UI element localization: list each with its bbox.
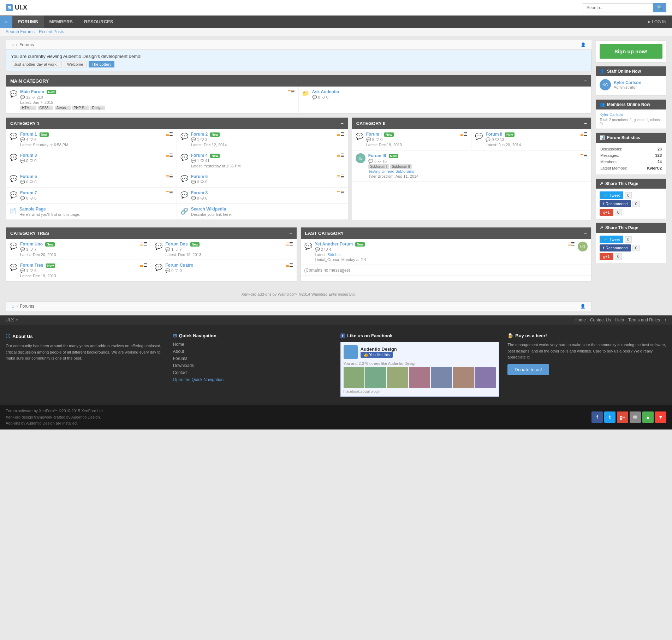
gplus-count-1: 0 <box>615 209 622 215</box>
fb-thumb <box>409 367 430 388</box>
fb-recommend-button-1[interactable]: f Recommend <box>600 200 631 207</box>
forum-8-name[interactable]: Forum 8 <box>191 190 334 195</box>
lottery-badge-2[interactable]: Welcome <box>64 61 87 67</box>
chat-icon: 💬 <box>10 90 17 98</box>
lottery-notice: Just another day at work.. Welcome The L… <box>11 61 586 67</box>
tweet-button-1[interactable]: 🐦 Tweet <box>600 191 623 199</box>
rss-icon[interactable]: ☰ <box>166 174 173 179</box>
logo-text: UI.X <box>15 4 27 11</box>
yet-another-forum-name[interactable]: Yet Another Forum New <box>315 242 565 247</box>
list-item: Downloads <box>173 363 332 368</box>
tweet-button-2[interactable]: 🐦 Tweet <box>600 236 623 243</box>
rss-icon[interactable]: ☰ <box>166 190 173 195</box>
online-user[interactable]: Kyler Carlson <box>600 112 623 117</box>
forum-name-ask[interactable]: Ask Audentio <box>312 89 588 94</box>
rss-icon[interactable]: ☰ <box>337 190 344 195</box>
stats-table: Discussions: 28 Messages: 323 Members: 2… <box>600 146 662 172</box>
search-forums-link[interactable]: Search Forums <box>6 29 35 34</box>
logo[interactable]: ⊞ UI.X <box>6 4 27 11</box>
forum-tres-name[interactable]: Forum Tres New <box>20 263 137 268</box>
qn-home-link[interactable]: Home <box>173 342 184 347</box>
fb-recommend-button-2[interactable]: f Recommend <box>600 244 631 251</box>
lottery-badge-1[interactable]: Just another day at work.. <box>11 61 62 67</box>
forum-cuatro-name[interactable]: Forum Cuatro <box>165 263 283 268</box>
forum-I-name[interactable]: Forum I New <box>366 132 458 137</box>
footer-home-icon[interactable]: ⌂ <box>12 304 14 309</box>
forum-dos-name[interactable]: Forum Dos New <box>165 242 283 247</box>
footer-terms-link[interactable]: Terms and Rules <box>628 318 660 322</box>
social-up-button[interactable]: ▲ <box>642 411 654 423</box>
forum-4-name[interactable]: Forum 4 New <box>191 153 334 158</box>
social-gplus-button[interactable]: g+ <box>617 411 628 423</box>
forum-name-main[interactable]: Main Forum New <box>20 89 285 94</box>
qn-forums-link[interactable]: Forums <box>173 356 188 361</box>
gplus-button-1[interactable]: g+1 <box>600 209 613 216</box>
qn-about-link[interactable]: About <box>173 349 184 354</box>
list-item: About <box>173 349 332 354</box>
forum-5-name[interactable]: Forum 5 <box>20 174 163 179</box>
gplus-button-2[interactable]: g+1 <box>600 253 613 260</box>
donate-text: The management works very hard to make s… <box>507 342 666 361</box>
table-row: Messages: 323 <box>600 153 662 158</box>
nav-item-members[interactable]: MEMBERS <box>44 16 78 28</box>
social-twitter-button[interactable]: t <box>604 411 615 423</box>
forum-1-name[interactable]: Forum 1 New <box>20 132 163 137</box>
nav-home-button[interactable]: ⌂ <box>0 16 12 28</box>
rss-icon[interactable]: ☰ <box>460 132 468 137</box>
forum-stats-header: 📊 Forum Statistics <box>596 133 666 143</box>
chat-icon: 💬 <box>180 175 188 183</box>
social-facebook-button[interactable]: f <box>591 411 603 423</box>
fb-like-button[interactable]: 👍 You like this <box>361 352 393 358</box>
forum-II-name[interactable]: Forum II New <box>486 132 577 137</box>
forum-7-name[interactable]: Forum 7 <box>20 190 163 195</box>
wiki-link-name[interactable]: Search Wikipedia <box>191 207 344 212</box>
rss-icon[interactable]: ☰ <box>166 132 173 137</box>
category-tres-body: 💬 Forum Uno New 💬 1 🗨 7 Latest: Dec 20, … <box>6 239 297 281</box>
lottery-badge-3[interactable]: The Lottery <box>89 61 115 67</box>
forum-III-name[interactable]: Forum III New <box>368 153 577 158</box>
social-down-button[interactable]: ▼ <box>655 411 666 423</box>
subnav: Search Forums Recent Posts <box>0 28 672 36</box>
list-item: 💬 Forum I New 💬 8 🗨 0 Latest: Dec 19, 20… <box>352 129 472 150</box>
staff-name[interactable]: Kyler Carlson <box>614 80 641 85</box>
breadcrumb-home[interactable]: ⌂ <box>11 42 14 47</box>
members-count: Total: 2 (members: 1, guests: 1, robots:… <box>600 118 662 126</box>
footer-nav: UI.X ▾ Home Contact Us Help Terms and Ru… <box>0 315 672 325</box>
sample-page-name[interactable]: Sample Page <box>19 207 173 212</box>
signup-button[interactable]: Sign up now! <box>600 44 662 59</box>
rss-icon[interactable]: ☰ <box>580 132 588 137</box>
search-input[interactable] <box>583 3 653 12</box>
rss-icon[interactable]: ☰ <box>337 153 344 158</box>
categories-row: CATEGORY 1 − 💬 Forum 1 New 💬 4 🗨 6 Lates… <box>6 117 591 224</box>
share-body-1: 🐦 Tweet 0 f Recommend 0 g+1 0 <box>596 189 666 219</box>
rss-icon[interactable]: ☰ <box>286 263 293 268</box>
social-email-button[interactable]: ✉ <box>630 411 641 423</box>
rss-icon[interactable]: ☰ <box>567 242 575 247</box>
forum-uno-name[interactable]: Forum Uno New <box>20 242 137 247</box>
donate-button[interactable]: Donate to us! <box>507 364 549 375</box>
nav-item-resources[interactable]: RESOURCES <box>78 16 119 28</box>
footer-help-link[interactable]: Help <box>615 318 624 322</box>
share-body-2: 🐦 Tweet 0 f Recommend 0 g+1 0 <box>596 233 666 263</box>
rss-icon[interactable]: ☰ <box>286 242 293 247</box>
footer-contact-link[interactable]: Contact Us <box>590 318 611 322</box>
rss-icon[interactable]: ☰ <box>287 89 295 94</box>
rss-icon[interactable]: ☰ <box>140 242 147 247</box>
forum-2-name[interactable]: Forum 2 New <box>191 132 334 137</box>
forum-3-name[interactable]: Forum 3 <box>20 153 163 158</box>
search-button[interactable]: 🔍 <box>653 3 666 12</box>
rss-icon[interactable]: ☰ <box>337 174 344 179</box>
rss-icon[interactable]: ☰ <box>166 153 173 158</box>
rss-icon[interactable]: ☰ <box>337 132 344 137</box>
forum-6-name[interactable]: Forum 6 <box>191 174 334 179</box>
nav-item-forums[interactable]: FORUMS <box>12 16 43 28</box>
footer-nav-site[interactable]: UI.X <box>6 318 14 322</box>
qn-contact-link[interactable]: Contact <box>173 370 188 375</box>
footer-home-link[interactable]: Home <box>575 318 586 322</box>
rss-icon[interactable]: ☰ <box>580 153 588 158</box>
open-quick-nav[interactable]: Open the Quick Navigation <box>173 377 332 382</box>
rss-icon[interactable]: ☰ <box>140 263 147 268</box>
qn-downloads-link[interactable]: Downloads <box>173 363 194 368</box>
recent-posts-link[interactable]: Recent Posts <box>39 29 64 34</box>
login-button[interactable]: ➤ LOG IN <box>642 16 672 28</box>
